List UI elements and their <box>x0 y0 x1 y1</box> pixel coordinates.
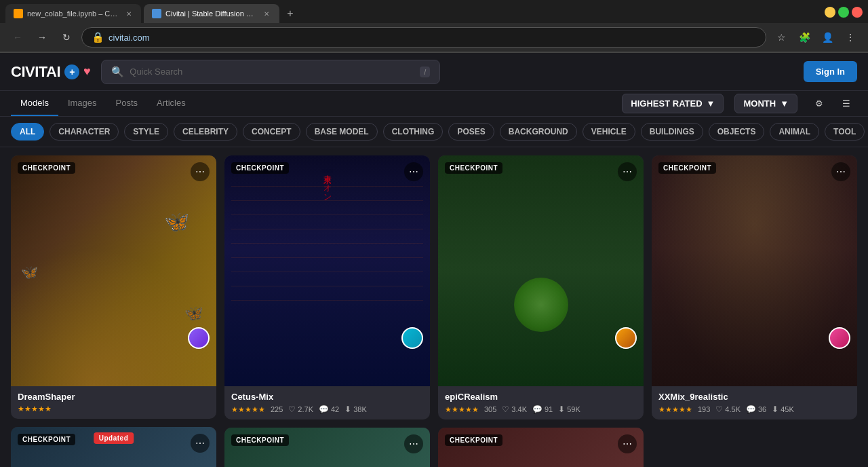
bottom1-updated-badge: Updated <box>94 432 134 444</box>
tab-bar: new_colab_file.ipynb – Collabora... ✕ Ci… <box>0 0 868 23</box>
epic-gradient <box>438 155 644 386</box>
cat-poses[interactable]: POSES <box>448 123 494 141</box>
card-xxmix[interactable]: CHECKPOINT ⋯ XXMix_9realistic ★★★★★ 193 … <box>652 155 857 419</box>
tab-2[interactable]: Civitai | Stable Diffusion models... ✕ <box>144 4 279 23</box>
cat-tool[interactable]: TOOL <box>825 123 865 141</box>
logo-add-button[interactable]: + <box>64 64 79 79</box>
cetus-badge: CHECKPOINT <box>231 162 289 174</box>
tab-models[interactable]: Models <box>11 91 58 116</box>
tab-1[interactable]: new_colab_file.ipynb – Collabora... ✕ <box>5 4 141 23</box>
tab-1-label: new_colab_file.ipynb – Collabora... <box>27 10 120 18</box>
close-button[interactable]: ✕ <box>852 7 863 18</box>
search-bar[interactable]: 🔍 Quick Search / <box>101 60 440 84</box>
card-bottom3-image: CHECKPOINT ⋯ <box>438 428 644 467</box>
epic-comments: 💬 91 <box>532 405 553 414</box>
cat-objects[interactable]: OBJECTS <box>709 123 765 141</box>
epic-likes: ♡ 3.4K <box>502 405 527 414</box>
heart-icon: ♡ <box>288 405 296 414</box>
address-text: civitai.com <box>108 33 756 43</box>
epic-rating-count: 305 <box>484 405 496 413</box>
card-epic-image: CHECKPOINT ⋯ <box>438 155 644 386</box>
app-header: CIVITAI + ♥ 🔍 Quick Search / Sign In <box>0 53 868 91</box>
dreamshapers-menu[interactable]: ⋯ <box>191 162 210 181</box>
forward-button[interactable]: → <box>33 28 52 47</box>
new-tab-button[interactable]: + <box>282 5 298 22</box>
address-input[interactable]: 🔒 civitai.com <box>81 27 766 48</box>
cat-clothing[interactable]: CLOTHING <box>383 123 443 141</box>
xxmix-stars: ★★★★★ <box>658 405 692 414</box>
cetus-rating-count: 225 <box>271 405 283 413</box>
logo-heart-icon[interactable]: ♥ <box>83 64 90 79</box>
bookmark-button[interactable]: ☆ <box>772 28 791 47</box>
heart-icon-2: ♡ <box>502 405 509 414</box>
cat-concept[interactable]: CONCEPT <box>243 123 300 141</box>
dreamshapers-title: DreamShaper <box>18 392 210 402</box>
cat-all[interactable]: ALL <box>11 123 44 141</box>
comment-icon-2: 💬 <box>532 405 542 414</box>
tab-articles[interactable]: Articles <box>147 91 195 116</box>
xxmix-menu[interactable]: ⋯ <box>831 162 850 181</box>
card-bottom2-image: CHECKPOINT ⋯ <box>224 428 430 467</box>
profile-button[interactable]: 👤 <box>818 28 837 47</box>
xxmix-stats: ★★★★★ 193 ♡ 4.5K 💬 36 ⬇ 45K <box>658 405 850 414</box>
card-col-2: 東京ネオン CHECKPOINT ⋯ Cetus-Mix ★★★★★ 225 ♡… <box>224 155 430 467</box>
card-epic[interactable]: CHECKPOINT ⋯ epiCRealism ★★★★★ 305 ♡ 3.4… <box>438 155 644 419</box>
tab-1-close[interactable]: ✕ <box>124 8 133 19</box>
cat-celebrity[interactable]: CELEBRITY <box>174 123 237 141</box>
card-bottom2[interactable]: CHECKPOINT ⋯ <box>224 428 430 467</box>
search-icon: 🔍 <box>111 66 124 78</box>
logo-text: CIVITAI <box>11 63 60 81</box>
time-filter-dropdown[interactable]: MONTH ▼ <box>734 94 797 113</box>
card-cetus[interactable]: 東京ネオン CHECKPOINT ⋯ Cetus-Mix ★★★★★ 225 ♡… <box>224 155 430 419</box>
tab-posts[interactable]: Posts <box>106 91 148 116</box>
cetus-menu[interactable]: ⋯ <box>404 162 423 181</box>
bottom3-menu[interactable]: ⋯ <box>618 434 637 453</box>
cat-vehicle[interactable]: VEHICLE <box>583 123 635 141</box>
cat-base-model[interactable]: BASE MODEL <box>306 123 378 141</box>
back-button[interactable]: ← <box>8 28 27 47</box>
download-icon-2: ⬇ <box>558 405 565 414</box>
extensions-button[interactable]: 🧩 <box>795 28 814 47</box>
xxmix-badge: CHECKPOINT <box>658 162 716 174</box>
sign-in-button[interactable]: Sign In <box>804 61 857 82</box>
heart-icon-3: ♡ <box>715 405 723 414</box>
menu-button[interactable]: ⋮ <box>841 28 860 47</box>
epic-menu[interactable]: ⋯ <box>618 162 637 181</box>
cards-grid: 🦋 🦋 🦋 CHECKPOINT ⋯ DreamShaper ★★★★★ CHE <box>0 147 868 467</box>
card-dreamshapers[interactable]: 🦋 🦋 🦋 CHECKPOINT ⋯ DreamShaper ★★★★★ <box>11 155 216 419</box>
card-bottom1-image: CHECKPOINT Updated ⋯ <box>11 427 216 467</box>
epic-title: epiCRealism <box>445 392 637 402</box>
filter-icon-button[interactable]: ⚙ <box>808 93 830 115</box>
card-bottom1[interactable]: CHECKPOINT Updated ⋯ <box>11 427 216 467</box>
tab-2-close[interactable]: ✕ <box>262 8 271 19</box>
time-filter-label: MONTH <box>743 98 776 109</box>
reload-button[interactable]: ↻ <box>57 28 76 47</box>
minimize-button[interactable]: − <box>825 7 835 18</box>
cetus-title: Cetus-Mix <box>231 392 423 402</box>
tab-images[interactable]: Images <box>58 91 106 116</box>
card-col-1: 🦋 🦋 🦋 CHECKPOINT ⋯ DreamShaper ★★★★★ CHE <box>11 155 216 467</box>
cetus-stats: ★★★★★ 225 ♡ 2.7K 💬 42 ⬇ 38K <box>231 405 423 414</box>
search-placeholder: Quick Search <box>130 67 414 77</box>
card-bottom3[interactable]: CHECKPOINT ⋯ <box>438 428 644 467</box>
epic-stats: ★★★★★ 305 ♡ 3.4K 💬 91 ⬇ 59K <box>445 405 637 414</box>
bottom1-menu[interactable]: ⋯ <box>191 434 210 453</box>
dreamshapers-badge: CHECKPOINT <box>18 162 75 174</box>
layout-icon-button[interactable]: ☰ <box>835 93 857 115</box>
logo: CIVITAI + ♥ <box>11 63 90 81</box>
nav-tabs: Models Images Posts Articles HIGHEST RAT… <box>0 91 868 117</box>
maximize-button[interactable]: □ <box>838 7 849 18</box>
cat-background[interactable]: BACKGROUND <box>500 123 577 141</box>
xxmix-likes: ♡ 4.5K <box>715 405 741 414</box>
address-bar: ← → ↻ 🔒 civitai.com ☆ 🧩 👤 ⋮ <box>0 23 868 52</box>
bottom2-menu[interactable]: ⋯ <box>404 434 423 453</box>
tab-2-label: Civitai | Stable Diffusion models... <box>165 10 258 18</box>
cat-animal[interactable]: ANIMAL <box>770 123 819 141</box>
cat-style[interactable]: STYLE <box>124 123 168 141</box>
download-icon-3: ⬇ <box>772 405 778 414</box>
cat-character[interactable]: CHARACTER <box>50 123 119 141</box>
cat-buildings[interactable]: BUILDINGS <box>641 123 703 141</box>
dreamshapers-info: DreamShaper ★★★★★ <box>11 386 216 419</box>
filter-actions: HIGHEST RATED ▼ MONTH ▼ ⚙ ☰ <box>622 93 857 115</box>
highest-rated-dropdown[interactable]: HIGHEST RATED ▼ <box>622 94 724 113</box>
